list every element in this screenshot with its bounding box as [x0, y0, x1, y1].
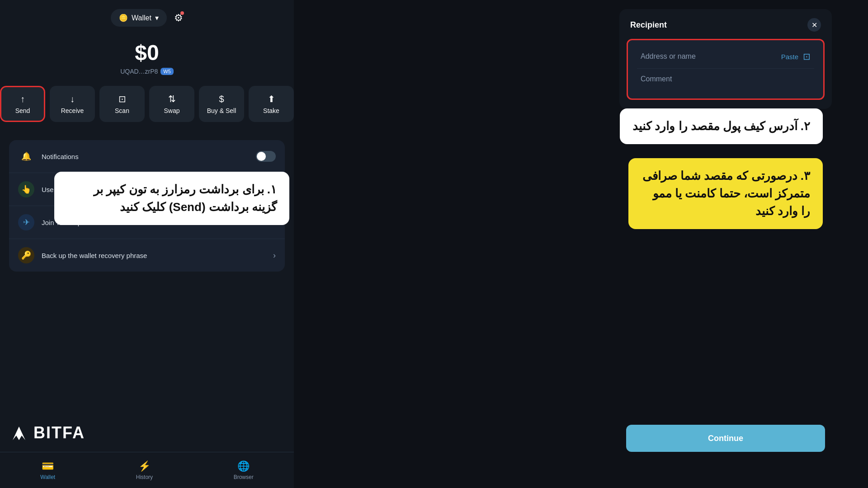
left-panel: 🪙 Wallet ▾ ⚙ $0 UQAD…zrP8 W5 ↑ Send ↓ Re…	[0, 0, 294, 488]
step3-bubble: ۳. درصورتی که مقصد شما صرافی متمرکز است،…	[628, 158, 823, 229]
backup-icon: 🔑	[18, 247, 34, 263]
scan-icon: ⊡	[118, 94, 126, 104]
settings-notification-dot	[180, 11, 184, 15]
notifications-toggle[interactable]	[256, 151, 276, 162]
buy-sell-button[interactable]: $ Buy & Sell	[199, 86, 244, 122]
send-icon: ↑	[20, 94, 25, 104]
notifications-item[interactable]: 🔔 Notifications	[9, 140, 285, 173]
qr-scan-icon[interactable]: ⊡	[803, 51, 811, 62]
scan-label: Scan	[115, 107, 129, 114]
action-buttons: ↑ Send ↓ Receive ⊡ Scan ⇅ Swap $ Buy & S…	[0, 86, 294, 122]
swap-icon: ⇅	[168, 94, 176, 104]
history-nav-label: History	[136, 474, 153, 480]
wallet-nav-icon: 💳	[42, 460, 54, 472]
scan-button[interactable]: ⊡ Scan	[99, 86, 145, 122]
send-label: Send	[15, 107, 30, 114]
buy-sell-label: Buy & Sell	[207, 107, 236, 114]
wallet-button[interactable]: 🪙 Wallet ▾	[111, 9, 167, 27]
notifications-label: Notifications	[42, 153, 249, 160]
toggle-thumb	[257, 152, 266, 161]
address-input-actions: Paste ⊡	[781, 51, 811, 62]
step1-bubble: ۱. برای برداشت رمزارز به تون کیپر بر گزی…	[54, 172, 289, 225]
address-field-row: Address or name Paste ⊡	[635, 45, 816, 68]
browser-nav-icon: 🌐	[237, 460, 250, 472]
nav-history[interactable]: ⚡ History	[136, 460, 153, 480]
bottom-nav: 💳 Wallet ⚡ History 🌐 Browser	[0, 452, 294, 488]
receive-label: Receive	[61, 107, 84, 114]
continue-button[interactable]: Continue	[626, 425, 825, 452]
stake-button[interactable]: ⬆ Stake	[249, 86, 294, 122]
tonkeeper-icon: ✈	[18, 214, 34, 230]
backup-item[interactable]: 🔑 Back up the wallet recovery phrase ›	[9, 239, 285, 272]
step2-text: ۲. آدرس کیف پول مقصد را وارد کنید	[632, 119, 810, 133]
header: 🪙 Wallet ▾ ⚙	[0, 0, 294, 36]
wallet-address-text: UQAD…zrP8	[120, 68, 158, 75]
modal-header: Recipient ✕	[619, 9, 832, 39]
balance-section: $0 UQAD…zrP8 W5	[120, 40, 174, 75]
bitfa-icon	[9, 423, 29, 443]
wallet-nav-label: Wallet	[40, 474, 55, 480]
recipient-modal: Recipient ✕ Address or name Paste ⊡ Comm…	[619, 9, 832, 109]
recipient-fields: Address or name Paste ⊡ Comment	[627, 39, 825, 100]
wallet-icon: 🪙	[119, 14, 128, 22]
bitfa-text: BITFA	[33, 423, 85, 442]
stake-label: Stake	[263, 107, 279, 114]
nav-browser[interactable]: 🌐 Browser	[234, 460, 254, 480]
comment-field-row[interactable]: Comment	[635, 69, 816, 89]
receive-icon: ↓	[70, 94, 75, 104]
nav-wallet[interactable]: 💳 Wallet	[40, 460, 55, 480]
history-nav-icon: ⚡	[138, 460, 151, 472]
wallet-address-row: UQAD…zrP8 W5	[120, 68, 174, 75]
backup-label: Back up the wallet recovery phrase	[42, 252, 266, 259]
biometrics-icon: 👆	[18, 181, 34, 197]
wallet-label: Wallet	[132, 14, 151, 22]
send-button[interactable]: ↑ Send	[0, 86, 45, 122]
paste-button[interactable]: Paste	[781, 53, 798, 61]
swap-button[interactable]: ⇅ Swap	[149, 86, 194, 122]
browser-nav-label: Browser	[234, 474, 254, 480]
step2-bubble: ۲. آدرس کیف پول مقصد را وارد کنید	[620, 108, 823, 144]
chevron-down-icon: ▾	[155, 14, 159, 22]
receive-button[interactable]: ↓ Receive	[50, 86, 95, 122]
swap-label: Swap	[164, 107, 179, 114]
bitfa-logo: BITFA	[9, 423, 85, 443]
backup-chevron-icon: ›	[273, 251, 276, 260]
stake-icon: ⬆	[268, 94, 275, 104]
balance-amount: $0	[120, 40, 174, 65]
svg-marker-0	[13, 427, 25, 440]
step3-text: ۳. درصورتی که مقصد شما صرافی متمرکز است،…	[642, 169, 810, 218]
buy-sell-icon: $	[219, 94, 224, 104]
notifications-icon: 🔔	[18, 148, 34, 164]
step1-text: ۱. برای برداشت رمزارز به تون کیپر بر گزی…	[94, 183, 277, 214]
comment-placeholder: Comment	[641, 75, 672, 83]
modal-title: Recipient	[630, 20, 667, 30]
right-panel: Recipient ✕ Address or name Paste ⊡ Comm…	[294, 0, 868, 488]
modal-close-button[interactable]: ✕	[807, 18, 821, 32]
ws-badge: W5	[160, 68, 174, 75]
address-placeholder: Address or name	[641, 52, 696, 61]
settings-button[interactable]: ⚙	[174, 12, 183, 24]
